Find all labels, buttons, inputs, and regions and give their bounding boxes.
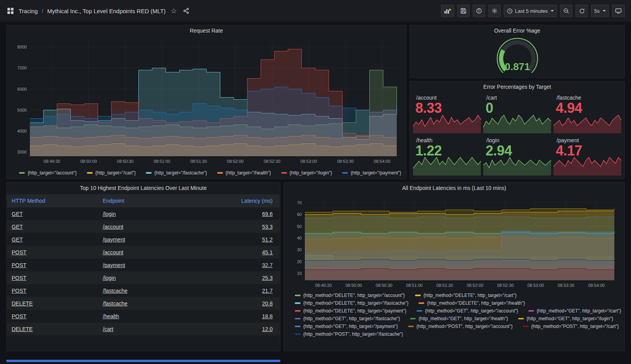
legend-series-marker <box>415 295 421 296</box>
dashboard-insights-button[interactable] <box>473 5 485 17</box>
table-cell-link[interactable]: 32.7 <box>262 262 273 268</box>
table-cell-link[interactable]: 20.8 <box>262 300 273 307</box>
table-row: POST/login25.3 <box>7 271 280 284</box>
table-cell-link[interactable]: GET <box>12 224 23 230</box>
panel-title[interactable]: All Endpoint Latencies in ms (Last 10 mi… <box>284 183 624 193</box>
table-cell-link[interactable]: DELETE <box>12 300 33 307</box>
legend-item[interactable]: {http_target="/login"} <box>281 170 332 176</box>
table-cell-link[interactable]: POST <box>12 249 26 255</box>
legend-item[interactable]: {http_method="DELETE", http_target="/acc… <box>295 293 405 298</box>
stat-panel: /payment4.17 <box>553 136 621 176</box>
panel-title[interactable]: Top 10 Highest Endpoint Latencies Over L… <box>7 183 280 193</box>
table-cell-link[interactable]: /account <box>103 249 123 255</box>
table-cell-link[interactable]: 51.2 <box>262 236 273 243</box>
tv-mode-button[interactable] <box>612 5 625 17</box>
stat-panel: /fastcache4.94 <box>553 93 621 133</box>
table-cell-link[interactable]: 53.3 <box>262 224 273 230</box>
breadcrumb-section[interactable]: Tracing <box>19 8 38 14</box>
table-cell-link[interactable]: /cart <box>103 326 113 332</box>
legend-item[interactable]: {http_method="DELETE", http_target="/car… <box>415 293 517 298</box>
panel-title[interactable]: Error Percentages by Target <box>410 81 624 92</box>
table-cell-link[interactable]: POST <box>12 275 26 281</box>
legend-item[interactable]: {http_method="POST", http_target="/cart"… <box>523 324 619 329</box>
svg-text:08:52:30: 08:52:30 <box>497 283 514 288</box>
table-row: POST/fastcache21.7 <box>7 284 280 297</box>
table-cell-link[interactable]: 69.6 <box>262 211 273 217</box>
svg-text:50: 50 <box>297 224 302 229</box>
table-cell-link[interactable]: 45.1 <box>262 249 273 255</box>
dashboard-settings-button[interactable] <box>488 5 501 17</box>
table-cell-link[interactable]: 21.7 <box>262 288 273 294</box>
panel-latency-table: Top 10 Highest Endpoint Latencies Over L… <box>6 182 280 351</box>
legend-series-label: {http_target="/health"} <box>226 170 271 176</box>
table-cell-link[interactable]: DELETE <box>12 326 33 332</box>
legend-item[interactable]: {http_method="GET", http_target="/paymen… <box>295 324 398 329</box>
stat-panel: /health1.22 <box>413 136 481 176</box>
table-cell-link[interactable]: 25.3 <box>262 275 273 281</box>
legend-series-marker <box>87 172 93 174</box>
legend-series-label: {http_method="POST", http_target="/fastc… <box>303 331 403 337</box>
legend-item[interactable]: {http_target="/fastcache"} <box>146 170 207 176</box>
legend-item[interactable]: {http_target="/payment"} <box>342 170 401 176</box>
panel-title[interactable]: Overall Error %age <box>410 25 624 36</box>
table-cell-link[interactable]: POST <box>12 313 26 319</box>
legend-item[interactable]: {http_target="/health"} <box>217 170 271 176</box>
panel-overall-error: Overall Error %age 0.871 <box>410 25 625 78</box>
table-cell-link[interactable]: /account <box>103 224 123 230</box>
refresh-button[interactable] <box>576 5 588 17</box>
table-cell-link[interactable]: /payment <box>103 236 125 243</box>
table-cell-link[interactable]: /fastcache <box>103 300 128 307</box>
legend-item[interactable]: {http_method="GET", http_target="/login"… <box>518 316 613 321</box>
stat-value: 1.22 <box>415 143 442 159</box>
request-rate-chart[interactable]: 30004000500060007000800008:49:3008:50:00… <box>10 36 403 167</box>
svg-text:3000: 3000 <box>17 150 27 154</box>
share-icon[interactable] <box>182 7 190 15</box>
svg-text:08:53:00: 08:53:00 <box>301 159 317 164</box>
add-panel-button[interactable] <box>441 5 454 17</box>
table-cell-link[interactable]: /health <box>103 313 119 319</box>
legend-item[interactable]: {http_method="GET", http_target="/health… <box>410 316 508 321</box>
legend-series-marker <box>295 318 301 319</box>
legend-item[interactable]: {http_method="GET", http_target="/fastca… <box>295 316 400 321</box>
legend-item[interactable]: {http_target="/cart"} <box>87 170 136 176</box>
table-cell-link[interactable]: POST <box>12 262 26 268</box>
time-range-picker[interactable]: Last 5 minutes <box>504 5 557 17</box>
table-cell-link[interactable]: GET <box>12 236 23 243</box>
zoom-out-button[interactable] <box>560 5 572 17</box>
table-column-header[interactable]: HTTP Method <box>7 194 98 207</box>
top-navbar: Tracing / Mythical Inc., Top Level Endpo… <box>0 0 631 22</box>
all-latencies-chart[interactable]: 1020304050607008:49:3008:50:0008:50:3008… <box>287 193 621 291</box>
breadcrumb: Tracing / Mythical Inc., Top Level Endpo… <box>6 7 190 15</box>
legend-item[interactable]: {http_method="DELETE", http_target="/hea… <box>418 300 525 306</box>
table-cell: GET <box>7 233 98 246</box>
legend-item[interactable]: {http_method="POST", http_target="/accou… <box>408 324 513 329</box>
table-cell-link[interactable]: 18.8 <box>262 313 273 319</box>
stat-panel: /login2.94 <box>483 136 551 176</box>
panel-title[interactable]: Request Rate <box>7 25 406 36</box>
table-cell-link[interactable]: 12.0 <box>262 326 273 332</box>
legend-item[interactable]: {http_method="DELETE", http_target="/fas… <box>295 300 408 306</box>
apps-grid-icon[interactable] <box>6 7 15 15</box>
legend-item[interactable]: {http_method="DELETE", http_target="/pay… <box>295 308 406 314</box>
legend-item[interactable]: {http_method="GET", http_target="/cart"} <box>528 308 621 314</box>
table-cell-link[interactable]: /fastcache <box>103 288 128 294</box>
table-cell: 25.3 <box>188 271 280 284</box>
legend-series-marker <box>408 326 414 327</box>
table-cell-link[interactable]: /payment <box>103 262 125 268</box>
legend-item[interactable]: {http_method="GET", http_target="/accoun… <box>417 308 518 314</box>
table-column-header[interactable]: Latency (ms) <box>188 194 280 207</box>
legend-item[interactable]: {http_target="/account"} <box>19 170 76 176</box>
table-cell-link[interactable]: /login <box>103 275 116 281</box>
legend-series-label: {http_method="GET", http_target="/fastca… <box>303 316 400 321</box>
table-cell-link[interactable]: GET <box>12 211 23 217</box>
table-cell: 69.6 <box>188 207 280 220</box>
horizontal-scrollbar[interactable] <box>6 360 280 362</box>
table-cell-link[interactable]: POST <box>12 288 26 294</box>
save-dashboard-button[interactable] <box>457 5 470 17</box>
star-icon[interactable]: ☆ <box>169 7 178 15</box>
table-cell-link[interactable]: /login <box>103 211 116 217</box>
legend-item[interactable]: {http_method="POST", http_target="/fastc… <box>295 331 403 337</box>
refresh-interval-dropdown[interactable]: 5s <box>591 5 609 17</box>
chevron-down-icon <box>603 10 606 12</box>
table-column-header[interactable]: Endpoint <box>98 194 188 207</box>
